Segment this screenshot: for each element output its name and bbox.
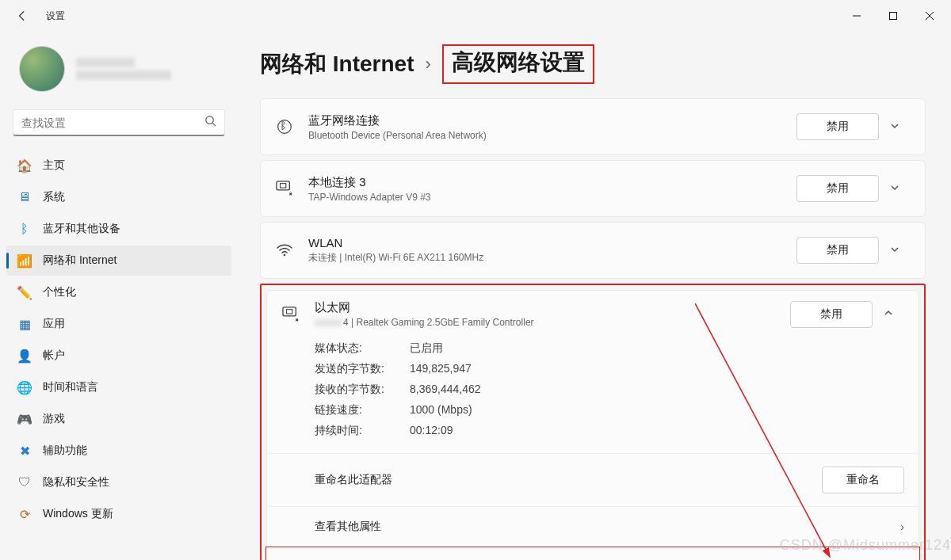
adapter-icon	[275, 181, 294, 196]
ethernet-disable-button[interactable]: 禁用	[790, 301, 873, 328]
ethernet-highlight: 以太网 xxxxxx4 | Realtek Gaming 2.5GbE Fami…	[260, 284, 926, 560]
ethernet-sub: xxxxxx4 | Realtek Gaming 2.5GbE Family C…	[315, 317, 790, 328]
chevron-down-icon[interactable]	[879, 183, 911, 195]
stat-key: 媒体状态:	[315, 337, 410, 358]
chevron-down-icon[interactable]	[879, 245, 911, 257]
adapter-sub: Bluetooth Device (Personal Area Network)	[308, 130, 796, 141]
nav-label: 辅助功能	[43, 444, 87, 458]
stat-value: 8,369,444,462	[410, 379, 904, 399]
ethernet-stats: 媒体状态:已启用发送的字节数:149,825,947接收的字节数:8,369,4…	[267, 336, 919, 453]
sidebar: 🏠主页🖥系统ᛒ蓝牙和其他设备📶网络和 Internet✏️个性化▦应用👤帐户🌐时…	[0, 32, 238, 560]
nav-item-5[interactable]: ▦应用	[6, 309, 231, 339]
nav-label: 网络和 Internet	[43, 253, 116, 268]
stat-key: 接收的字节数:	[315, 379, 410, 399]
email-redacted	[76, 70, 171, 80]
adapter-card-1: 本地连接 3 TAP-Windows Adapter V9 #3 禁用	[260, 160, 926, 217]
breadcrumb: 网络和 Internet › 高级网络设置	[260, 44, 926, 84]
maximize-button[interactable]	[875, 3, 911, 29]
chevron-right-icon: ›	[425, 54, 430, 74]
view-other-label: 查看其他属性	[315, 520, 381, 534]
ethernet-title: 以太网	[315, 300, 790, 315]
profile-block[interactable]	[6, 32, 231, 106]
nav-icon: ᛒ	[17, 222, 32, 236]
nav-icon: 🏠	[17, 158, 32, 173]
ethernet-icon	[281, 307, 300, 322]
breadcrumb-advanced: 高级网络设置	[442, 44, 594, 84]
nav-label: 时间和语言	[43, 380, 98, 394]
rename-row: 重命名此适配器 重命名	[267, 453, 919, 506]
username-redacted	[76, 58, 135, 67]
stat-value: 已启用	[410, 337, 904, 358]
svg-point-5	[284, 254, 286, 257]
nav-item-0[interactable]: 🏠主页	[6, 150, 231, 181]
nav-label: 帐户	[43, 349, 65, 363]
nav-item-2[interactable]: ᛒ蓝牙和其他设备	[6, 214, 231, 244]
minimize-button[interactable]	[838, 3, 875, 29]
nav-item-1[interactable]: 🖥系统	[6, 182, 231, 212]
nav-icon: ▦	[17, 317, 32, 331]
nav-item-4[interactable]: ✏️个性化	[6, 277, 231, 307]
nav-label: Windows 更新	[43, 507, 113, 521]
stat-row: 发送的字节数:149,825,947	[315, 358, 904, 379]
nav-list: 🏠主页🖥系统ᛒ蓝牙和其他设备📶网络和 Internet✏️个性化▦应用👤帐户🌐时…	[6, 150, 231, 529]
rename-label: 重命名此适配器	[315, 473, 392, 487]
close-button[interactable]	[911, 3, 948, 29]
stat-row: 接收的字节数:8,369,444,462	[315, 379, 904, 399]
nav-item-8[interactable]: 🎮游戏	[6, 404, 231, 434]
nav-icon: 🌐	[17, 380, 32, 394]
nav-icon: 🖥	[17, 190, 32, 204]
nav-label: 系统	[43, 190, 65, 204]
adapter-icon	[275, 119, 294, 135]
disable-button[interactable]: 禁用	[796, 113, 879, 140]
nav-icon: 🎮	[17, 412, 32, 426]
stat-value: 149,825,947	[410, 358, 904, 379]
stat-row: 链接速度:1000 (Mbps)	[315, 399, 904, 420]
titlebar: 设置	[0, 0, 951, 32]
window-title: 设置	[46, 10, 65, 23]
main-content: 网络和 Internet › 高级网络设置 蓝牙网络连接 Bluetooth D…	[238, 32, 951, 560]
nav-item-10[interactable]: 🛡隐私和安全性	[6, 467, 231, 497]
nav-label: 个性化	[43, 285, 76, 299]
nav-item-6[interactable]: 👤帐户	[6, 341, 231, 371]
adapter-card-ethernet: 以太网 xxxxxx4 | Realtek Gaming 2.5GbE Fami…	[266, 290, 919, 560]
rename-button[interactable]: 重命名	[822, 467, 904, 493]
stat-row: 持续时间:00:12:09	[315, 420, 904, 440]
adapter-icon	[275, 244, 294, 257]
adapter-card-0: 蓝牙网络连接 Bluetooth Device (Personal Area N…	[260, 98, 926, 155]
nav-label: 游戏	[43, 412, 65, 426]
svg-point-1	[206, 116, 213, 124]
nav-label: 蓝牙和其他设备	[43, 222, 120, 236]
nav-icon: ✖	[17, 444, 32, 458]
nav-icon: ✏️	[17, 285, 32, 299]
adapter-sub: TAP-Windows Adapter V9 #3	[308, 192, 796, 203]
stat-row: 媒体状态:已启用	[315, 337, 904, 358]
adapter-card-2: WLAN 未连接 | Intel(R) Wi-Fi 6E AX211 160MH…	[260, 222, 926, 279]
search-input[interactable]	[21, 116, 204, 129]
svg-rect-4	[281, 184, 286, 188]
nav-item-3[interactable]: 📶网络和 Internet	[6, 246, 231, 276]
nav-item-11[interactable]: ⟳Windows 更新	[6, 499, 231, 529]
search-input-wrap[interactable]	[13, 109, 225, 136]
back-button[interactable]	[10, 3, 35, 29]
chevron-up-icon[interactable]	[873, 308, 904, 320]
nav-item-7[interactable]: 🌐时间和语言	[6, 372, 231, 402]
adapter-sub: 未连接 | Intel(R) Wi-Fi 6E AX211 160MHz	[308, 251, 796, 265]
svg-rect-7	[287, 309, 292, 313]
stat-key: 持续时间:	[315, 420, 410, 440]
nav-icon: 📶	[17, 253, 32, 268]
nav-icon: 👤	[17, 349, 32, 363]
chevron-down-icon[interactable]	[879, 121, 911, 133]
nav-label: 隐私和安全性	[43, 475, 109, 490]
disable-button[interactable]: 禁用	[796, 175, 879, 202]
adapter-title: 本地连接 3	[308, 175, 796, 190]
stat-value: 00:12:09	[410, 420, 904, 440]
disable-button[interactable]: 禁用	[796, 237, 879, 264]
nav-item-9[interactable]: ✖辅助功能	[6, 436, 231, 466]
nav-icon: ⟳	[17, 507, 32, 521]
search-icon	[204, 115, 216, 130]
adapter-title: 蓝牙网络连接	[308, 113, 796, 128]
stat-value: 1000 (Mbps)	[410, 399, 904, 420]
nav-label: 应用	[43, 317, 65, 331]
breadcrumb-network[interactable]: 网络和 Internet	[260, 49, 414, 79]
stat-key: 发送的字节数:	[315, 358, 410, 379]
